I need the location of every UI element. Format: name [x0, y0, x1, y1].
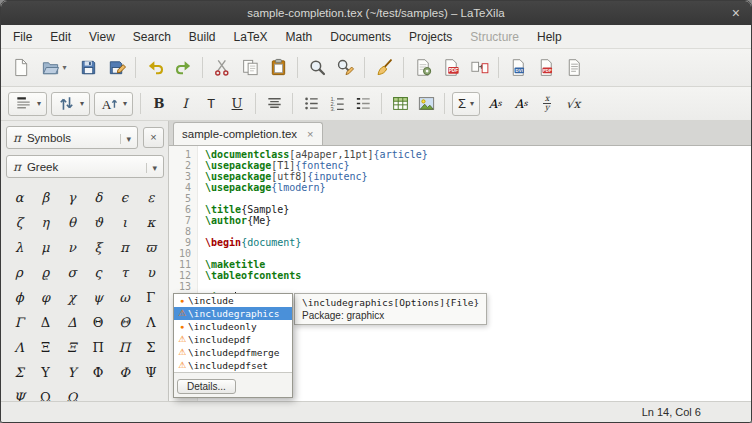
greek-symbol[interactable]: ξ — [85, 235, 111, 260]
menu-edit[interactable]: Edit — [41, 27, 80, 47]
view-log-button[interactable] — [561, 55, 587, 81]
greek-symbol[interactable]: Ω — [32, 385, 58, 401]
menu-latex[interactable]: LaTeX — [225, 27, 277, 47]
greek-symbol[interactable]: ς — [85, 260, 111, 285]
greek-symbol[interactable]: Γ — [6, 310, 32, 335]
greek-symbol[interactable]: Ξ — [59, 335, 85, 360]
greek-symbol[interactable]: Π — [85, 335, 111, 360]
math-sum-combo[interactable]: Σ — [452, 92, 480, 116]
greek-symbol[interactable]: χ — [59, 285, 85, 310]
search-replace-button[interactable] — [332, 55, 358, 81]
open-file-button[interactable] — [35, 55, 73, 81]
character-size-combo[interactable]: A — [94, 92, 133, 116]
greek-symbol[interactable]: ω — [111, 285, 137, 310]
sectioning-combo[interactable] — [8, 92, 47, 116]
greek-symbol[interactable]: ϖ — [138, 235, 164, 260]
greek-symbol[interactable]: Δ — [32, 310, 58, 335]
greek-symbol[interactable]: Υ — [32, 360, 58, 385]
completion-item[interactable]: ●\include — [174, 294, 292, 307]
italic-button[interactable]: I — [173, 92, 197, 115]
save-file-button[interactable] — [75, 55, 101, 81]
greek-symbol[interactable]: ϕ — [6, 285, 32, 310]
greek-symbol[interactable]: ϱ — [32, 260, 58, 285]
square-root-button[interactable]: √x — [561, 92, 585, 115]
panel-selector-combo[interactable]: π Symbols — [6, 126, 138, 149]
greek-symbol[interactable]: λ — [6, 235, 32, 260]
superscript-button[interactable]: As — [483, 92, 507, 115]
greek-symbol[interactable]: Λ — [138, 310, 164, 335]
greek-symbol[interactable]: ϑ — [85, 210, 111, 235]
redo-button[interactable] — [170, 55, 196, 81]
numbered-list-button[interactable]: 1.2.3. — [325, 92, 349, 115]
greek-symbol[interactable]: υ — [138, 260, 164, 285]
menu-structure[interactable]: Structure — [461, 27, 528, 47]
greek-symbol[interactable]: Φ — [85, 360, 111, 385]
greek-symbol[interactable]: ρ — [6, 260, 32, 285]
tab-close-icon[interactable]: × — [307, 128, 313, 140]
greek-symbol[interactable]: τ — [111, 260, 137, 285]
view-dvi-button[interactable]: DVI — [505, 55, 531, 81]
greek-symbol[interactable]: φ — [32, 285, 58, 310]
completion-item[interactable]: ⚠\includepdf — [174, 333, 292, 346]
greek-symbol[interactable]: Υ — [59, 360, 85, 385]
completion-item[interactable]: ⚠\includepdfset — [174, 359, 292, 372]
menu-file[interactable]: File — [4, 27, 41, 47]
greek-symbol[interactable]: Ω — [59, 385, 85, 401]
greek-symbol[interactable]: η — [32, 210, 58, 235]
greek-symbol[interactable]: ε — [138, 185, 164, 210]
completion-item[interactable]: ⚠\includegraphics — [174, 307, 292, 320]
cut-button[interactable] — [209, 55, 235, 81]
greek-symbol[interactable]: Ψ — [6, 385, 32, 401]
figure-button[interactable] — [414, 92, 438, 115]
copy-button[interactable] — [237, 55, 263, 81]
greek-symbol[interactable]: θ — [59, 210, 85, 235]
fraction-button[interactable]: xy — [535, 92, 559, 115]
greek-symbol[interactable]: Ψ — [138, 360, 164, 385]
bullet-list-button[interactable] — [299, 92, 323, 115]
completion-item[interactable]: ●\includeonly — [174, 320, 292, 333]
greek-symbol[interactable]: γ — [59, 185, 85, 210]
greek-symbol[interactable]: Γ — [138, 285, 164, 310]
greek-symbol[interactable]: Σ — [6, 360, 32, 385]
references-combo[interactable] — [51, 92, 90, 116]
greek-symbol[interactable]: Λ — [6, 335, 32, 360]
greek-symbol[interactable]: κ — [138, 210, 164, 235]
menu-help[interactable]: Help — [528, 27, 571, 47]
greek-symbol[interactable]: Δ — [59, 310, 85, 335]
symbol-category-combo[interactable]: π Greek — [6, 155, 164, 178]
panel-close-button[interactable]: × — [143, 127, 164, 148]
bold-button[interactable]: B — [147, 92, 171, 115]
menu-documents[interactable]: Documents — [321, 27, 400, 47]
greek-symbol[interactable]: ϵ — [111, 185, 137, 210]
greek-symbol[interactable]: δ — [85, 185, 111, 210]
greek-symbol[interactable]: Σ — [138, 335, 164, 360]
greek-symbol[interactable]: σ — [59, 260, 85, 285]
greek-symbol[interactable]: Ξ — [32, 335, 58, 360]
compile-latex-button[interactable] — [410, 55, 436, 81]
view-pdf-button[interactable]: PDF — [533, 55, 559, 81]
greek-symbol[interactable]: β — [32, 185, 58, 210]
clean-build-button[interactable] — [371, 55, 397, 81]
compile-pdflatex-button[interactable]: PDF — [438, 55, 464, 81]
undo-button[interactable] — [142, 55, 168, 81]
menu-projects[interactable]: Projects — [400, 27, 461, 47]
description-list-button[interactable] — [351, 92, 375, 115]
greek-symbol[interactable]: ν — [59, 235, 85, 260]
save-as-button[interactable] — [103, 55, 129, 81]
greek-symbol[interactable]: Π — [111, 335, 137, 360]
completion-item[interactable]: ⚠\includepdfmerge — [174, 346, 292, 359]
paste-button[interactable] — [265, 55, 291, 81]
table-button[interactable] — [388, 92, 412, 115]
greek-symbol[interactable]: ψ — [85, 285, 111, 310]
greek-symbol[interactable]: μ — [32, 235, 58, 260]
tab-sample-completion[interactable]: sample-completion.tex × — [173, 122, 323, 145]
greek-symbol[interactable]: π — [111, 235, 137, 260]
convert-dvi-pdf-button[interactable] — [466, 55, 492, 81]
new-document-button[interactable] — [7, 55, 33, 81]
menu-math[interactable]: Math — [277, 27, 322, 47]
greek-symbol[interactable]: Θ — [85, 310, 111, 335]
subscript-button[interactable]: As — [509, 92, 533, 115]
greek-symbol[interactable]: Φ — [111, 360, 137, 385]
search-button[interactable] — [304, 55, 330, 81]
details-button[interactable]: Details... — [177, 379, 236, 394]
